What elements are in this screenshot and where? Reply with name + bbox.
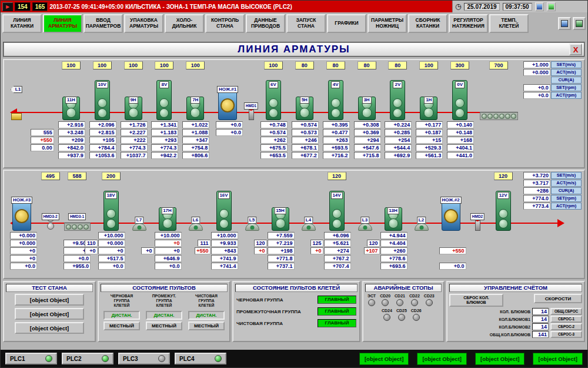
menu-button[interactable]: ЛИНИЯ АРМАТУРЫ — [43, 14, 82, 33]
setpoint-box: 80 — [326, 61, 345, 69]
value-box: +1.183 — [151, 129, 178, 136]
menu-button[interactable]: ХОЛО- ДИЛЬНИК — [165, 14, 204, 33]
estop-label: ЭСТ — [368, 294, 376, 298]
menu-button[interactable]: ЗАПУСК СТАНА — [286, 14, 326, 33]
mill-unit-L1: L1 — [6, 61, 26, 120]
value-box: +784.4 — [89, 144, 116, 151]
menu-button[interactable]: КОНТРОЛЬ СТАНА — [205, 14, 245, 33]
count-value: 14 — [532, 323, 549, 330]
readout-row: +0.369 — [354, 129, 381, 136]
readout-column: +1.726+2.227+222+774.3+1037.7 — [119, 121, 148, 159]
readout-row: +246 — [292, 137, 319, 144]
value-box: +1.022 — [182, 121, 209, 128]
readout-row — [439, 240, 466, 247]
local-mode-button[interactable]: МЕСТНЫЙ — [188, 321, 225, 330]
value-box: +937.9 — [58, 152, 85, 159]
remote-mode-button[interactable]: ДИСТАН. — [103, 311, 140, 320]
system-clock-area: ◷ 25.07.2019 09:37:50 — [452, 1, 587, 12]
value-box: +0.224 — [385, 121, 412, 128]
stand-label: 4V — [331, 81, 340, 88]
menu-button[interactable]: ДАННЫЕ ПРИВОДОВ — [246, 14, 285, 33]
value-box: +246 — [292, 137, 319, 144]
estop-label: CD21 — [395, 294, 405, 298]
stand-label: 17H — [161, 207, 173, 214]
readout-column: +10.000111+9.933+550+843+741.9+741.4 — [210, 232, 238, 270]
remote-mode-button[interactable]: ДИСТАН. — [188, 311, 225, 320]
readout-row: +1053.6 — [89, 152, 116, 159]
panel-console-state: СОСТОЯНИЕ ПУЛЬТОВ ЧЕРНОВАЯ ГРУППА КЛЕТЕЙ… — [98, 281, 230, 342]
readout-row: +0.308 — [354, 121, 381, 128]
alarm-message: КИЛЬСТИКА - ЗОНА-1 ТЕМП-РА МАСЛА ВЫСОКОЕ… — [125, 4, 450, 10]
menu-button[interactable]: ПАРАМЕТРЫ НОЖНИЦ — [368, 14, 407, 33]
stand-label: 18V — [105, 192, 116, 199]
value-box: +0.477 — [323, 129, 350, 136]
value-box: +0.148 — [447, 129, 474, 136]
value-box: +1.000 — [523, 61, 550, 68]
legend-label: ACT(rpm) — [551, 203, 582, 210]
remote-mode-button[interactable]: ДИСТАН. — [146, 311, 182, 320]
menu-button[interactable]: ТЕМП. КЛЕТЕЙ — [489, 14, 529, 33]
value-box: +1.088 — [182, 129, 209, 136]
local-mode-button[interactable]: МЕСТНЫЙ — [146, 321, 182, 330]
roller-icon — [511, 114, 516, 119]
reset-bloom-count-button[interactable]: СБРОС КОЛ. БЛЮМОВ — [449, 294, 503, 307]
simulation-button[interactable]: [object Object] — [15, 322, 84, 334]
speeds-button[interactable]: СКОРОСТИ — [534, 294, 582, 303]
menu-button[interactable]: ГРАФИКИ — [327, 14, 366, 33]
menu-button[interactable]: РЕГУЛЯТОР НАТЯЖЕНИЯ — [449, 14, 488, 33]
setpoint-box: 80 — [388, 61, 407, 69]
setpoint-box: 120 — [494, 172, 513, 180]
menu-button[interactable]: ЛИНИЯ КАТАНКИ — [2, 14, 42, 33]
value-box: +286 — [523, 187, 550, 194]
utility-button-1[interactable] — [535, 2, 544, 11]
readout-row: +0.574 — [260, 129, 288, 136]
local-mode-button[interactable]: МЕСТНЫЙ — [103, 321, 140, 330]
plc-indicator: PLC3 — [118, 353, 170, 364]
menu-button[interactable]: СБОРНИК КАТАНКИ — [408, 14, 447, 33]
shear-graphic — [442, 201, 460, 231]
readout-column: +0.0+0.0 — [212, 121, 243, 159]
readout-row: +0.187 — [416, 129, 443, 136]
readout-row: +0.148 — [447, 129, 474, 136]
alarm-scroll-button[interactable]: ▶ — [2, 2, 13, 11]
reset-button[interactable]: СБРОС-3 — [550, 331, 582, 338]
readout-row: +10.000 — [98, 232, 125, 239]
count-value: 14 — [532, 308, 549, 315]
readout-row: +0.224 — [385, 121, 412, 128]
reset-button[interactable]: СБРОС-2 — [550, 323, 582, 330]
simulation-button[interactable]: [object Object] — [15, 294, 84, 306]
simulation-button[interactable]: [object Object] — [15, 308, 84, 320]
value-box: +5.621 — [324, 240, 351, 247]
estop-led — [411, 299, 418, 306]
stand-label: 1H — [424, 97, 433, 104]
value-box: +942.2 — [151, 152, 178, 159]
readout-row: +1.726 — [121, 121, 148, 128]
window-icon — [561, 20, 568, 27]
window-icon — [537, 4, 542, 9]
value-box: +209 — [58, 137, 85, 144]
plc-indicator: PLC2 — [62, 353, 113, 364]
value-box: +0 — [310, 247, 323, 254]
value-box: +0 — [98, 247, 125, 254]
roller-icon — [47, 223, 54, 230]
exit-button[interactable] — [573, 17, 586, 30]
system-window-button[interactable] — [558, 17, 571, 30]
reset-button[interactable]: ОБЩ.СБРОС — [550, 308, 582, 315]
menu-button[interactable]: УПАКОВКА АРМАТУРЫ — [124, 14, 163, 33]
menu-button[interactable]: ВВОД ПАРАМЕТРОВ — [83, 14, 123, 33]
readout-row: +222 — [121, 137, 148, 144]
readout-row: +547.6 — [354, 144, 381, 151]
roller-icon — [487, 114, 493, 119]
readout-row: +0+198 — [254, 247, 295, 254]
mill-unit-2V: 802V+0.224+0.285+254+544.4+692.9 — [383, 61, 412, 159]
readout-column: +10.000+0+0+0+646.9+0.0 — [153, 232, 182, 270]
readout-row: +0 — [155, 240, 182, 247]
plc-indicator: PLC1 — [5, 353, 57, 364]
close-button[interactable]: X — [569, 44, 582, 55]
console-group-label: ЧЕРНОВАЯ ГРУППА КЛЕТЕЙ — [111, 294, 133, 309]
value-box: +198 — [268, 247, 295, 254]
reset-button[interactable]: СБРОС-1 — [550, 316, 582, 323]
panel-title: ТЕСТ СТАНА — [6, 284, 93, 292]
readout-row: +0.574 — [292, 121, 319, 128]
utility-button-2[interactable] — [547, 2, 556, 11]
